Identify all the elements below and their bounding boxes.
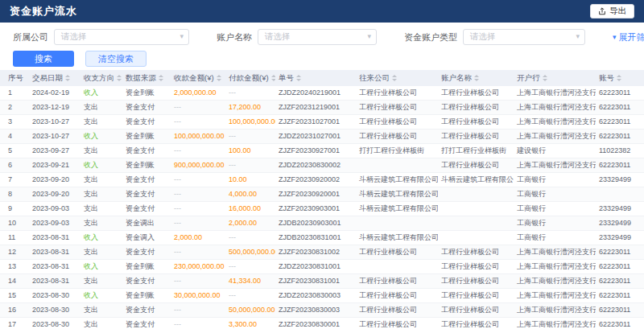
cell-no: 11	[0, 231, 29, 245]
cell-receipt_amount: ---	[171, 245, 225, 260]
column-header-account_name[interactable]: 账户名称	[438, 70, 514, 86]
cell-no: 17	[0, 318, 29, 329]
column-header-order_no[interactable]: 单号	[275, 70, 356, 86]
cell-direction: 收入	[80, 86, 122, 101]
cell-order_no: ZJZF20230831002	[275, 245, 356, 260]
cell-no: 6	[0, 158, 29, 173]
column-header-date[interactable]: 交易日期	[29, 70, 80, 86]
cell-date: 2023-12-19	[29, 101, 80, 115]
cell-account_no: 62223011	[596, 158, 644, 173]
cell-bank: 上海工商银行漕河泾支行	[514, 318, 596, 329]
cell-account_no	[596, 187, 644, 202]
cell-account_no: 23329499	[596, 231, 644, 245]
cell-date: 2023-08-31	[29, 260, 80, 274]
cell-date: 2023-08-31	[29, 231, 80, 245]
cell-bank: 上海工商银行漕河泾支行	[514, 86, 596, 101]
clear-search-button[interactable]: 清空搜索	[85, 51, 147, 67]
filter-label-account-type: 资金账户类型	[404, 31, 457, 43]
cell-account_name: 工程行业样板公司	[438, 158, 514, 173]
cell-date: 2023-10-27	[29, 130, 80, 144]
cell-order_no: ZJZF20230903001	[275, 202, 356, 216]
company-select[interactable]: 请选择 ▾	[54, 29, 189, 45]
filter-bar: 所属公司 请选择 ▾ 账户名称 请选择 ▾ 资金账户类型 请选择 ▾ ▾ 展开筛…	[0, 23, 644, 48]
expand-filters-label: 展开筛选	[619, 31, 644, 43]
cell-account_no: 62223011	[596, 86, 644, 101]
table-row: 52023-09-27支出资金支付---100.00ZJZF2023092700…	[0, 144, 644, 158]
cell-bank: 上海工商银行漕河泾支行	[514, 130, 596, 144]
cell-bank: 上海工商银行漕河泾支行	[514, 115, 596, 130]
select-placeholder: 请选择	[265, 31, 291, 43]
cell-direction: 支出	[80, 173, 122, 187]
cell-date: 2023-09-21	[29, 158, 80, 173]
column-header-counterparty[interactable]: 往来公司	[356, 70, 438, 86]
cell-bank: 工商银行	[514, 231, 596, 245]
sort-icon[interactable]	[117, 75, 122, 81]
cell-payment_amount: ---	[225, 260, 275, 274]
cell-account_name	[438, 187, 514, 202]
table-row: 122023-08-31支出资金支付---500,000,000.00ZJZF2…	[0, 245, 644, 260]
cell-account_no: 23329499	[596, 202, 644, 216]
cell-bank: 建设银行	[514, 144, 596, 158]
cell-account_no: 62223011	[596, 318, 644, 329]
cell-source: 资金到账	[122, 260, 171, 274]
cell-order_no: ZJDZ20230831001	[275, 260, 356, 274]
column-header-receipt_amount[interactable]: 收款金额(¥)	[171, 70, 225, 86]
cell-date: 2023-08-31	[29, 245, 80, 260]
sort-icon[interactable]	[65, 75, 70, 81]
cell-direction: 收入	[80, 260, 122, 274]
cell-counterparty: 工程行业样板公司	[356, 274, 438, 289]
cell-bank: 上海工商银行漕河泾支行	[514, 101, 596, 115]
cell-order_no: ZJZF20230831001	[275, 274, 356, 289]
filter-label-company: 所属公司	[13, 31, 48, 43]
filter-actions: 搜索 清空搜索	[0, 48, 644, 70]
cell-account_name: 工程行业样板公司	[438, 115, 514, 130]
sort-icon[interactable]	[159, 75, 163, 81]
column-header-payment_amount[interactable]: 付款金额(¥)	[225, 70, 275, 86]
chevron-down-icon: ▾	[367, 32, 371, 40]
sort-icon[interactable]	[543, 75, 547, 81]
account-name-select[interactable]: 请选择 ▾	[258, 29, 377, 45]
search-button[interactable]: 搜索	[13, 51, 74, 67]
cell-order_no: ZJZF20231219001	[275, 101, 356, 115]
cell-date: 2023-09-27	[29, 144, 80, 158]
cell-account_name: 工程行业样板公司	[438, 318, 514, 329]
cell-order_no: ZJZF20230920002	[275, 173, 356, 187]
cell-source: 资金到账	[122, 86, 171, 101]
sort-icon[interactable]	[296, 75, 301, 81]
filter-label-account-name: 账户名称	[217, 31, 252, 43]
cell-no: 2	[0, 101, 29, 115]
cell-date: 2023-09-03	[29, 216, 80, 231]
table-row: 92023-09-03支出资金支付---16,000.00ZJZF2023090…	[0, 202, 644, 216]
column-header-bank[interactable]: 开户行	[514, 70, 596, 86]
export-button[interactable]: 导出	[590, 4, 634, 19]
table-row: 22023-12-19支出资金支付---17,200.00ZJZF2023121…	[0, 101, 644, 115]
cell-no: 16	[0, 303, 29, 318]
sort-icon[interactable]	[271, 75, 275, 81]
column-header-source[interactable]: 数据来源	[122, 70, 171, 86]
column-label: 账号	[599, 73, 614, 82]
cell-bank: 上海工商银行漕河泾支行	[514, 274, 596, 289]
chevron-down-icon: ▾	[613, 33, 617, 41]
cell-order_no: ZJZF20231027001	[275, 115, 356, 130]
cell-no: 3	[0, 115, 29, 130]
sort-icon[interactable]	[217, 75, 221, 81]
cell-receipt_amount: ---	[171, 115, 225, 130]
cell-receipt_amount: ---	[171, 303, 225, 318]
cell-order_no: ZJZF20230830003	[275, 303, 356, 318]
cell-source: 资金调入	[122, 231, 171, 245]
cell-bank: 上海工商银行漕河泾支行	[514, 303, 596, 318]
column-label: 付款金额(¥)	[229, 73, 269, 82]
sort-icon[interactable]	[392, 75, 397, 81]
cell-order_no: ZJDZ20240219001	[275, 86, 356, 101]
sort-icon[interactable]	[617, 75, 621, 81]
cell-source: 资金支付	[122, 202, 171, 216]
account-type-select[interactable]: 请选择 ▾	[463, 29, 585, 45]
cell-source: 资金调出	[122, 216, 171, 231]
column-header-account_no[interactable]: 账号	[596, 70, 644, 86]
cell-account_no: 62223011	[596, 115, 644, 130]
sort-icon[interactable]	[474, 75, 479, 81]
column-header-direction[interactable]: 收支方向	[80, 70, 122, 86]
expand-filters-link[interactable]: ▾ 展开筛选	[613, 31, 644, 43]
chevron-down-icon: ▾	[180, 32, 184, 40]
cell-no: 14	[0, 274, 29, 289]
